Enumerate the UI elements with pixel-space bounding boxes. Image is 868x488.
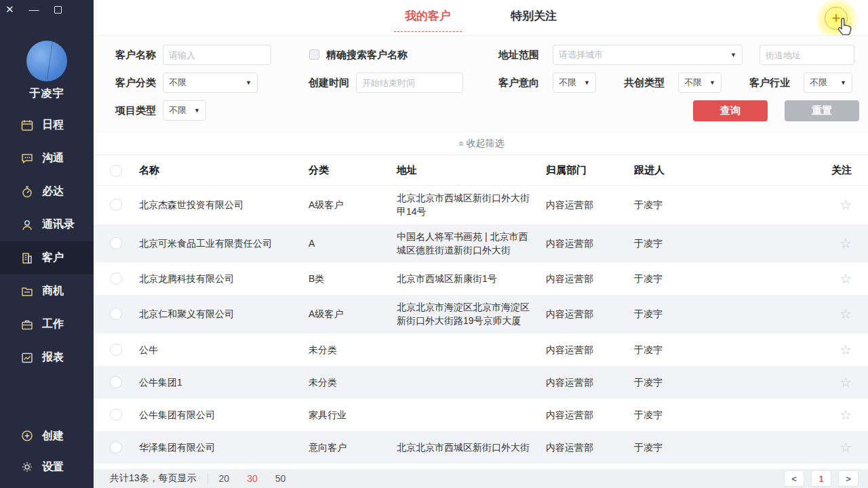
tab-my-customers[interactable]: 我的客户 <box>402 8 454 28</box>
header-follower: 跟进人 <box>634 164 825 177</box>
sidebar-item-chart[interactable]: 报表 <box>0 341 94 374</box>
customer-department: 内容运营部 <box>546 441 634 454</box>
customer-follower: 于凌宇 <box>634 272 825 285</box>
gear-icon <box>20 460 34 474</box>
window-controls: ✕ — <box>5 4 62 15</box>
sidebar-item-stopwatch[interactable]: 必达 <box>0 175 94 208</box>
customer-follower: 于凌宇 <box>634 375 825 389</box>
star-icon[interactable]: ☆ <box>825 307 852 321</box>
customer-address: 北京北京市海淀区北京市海淀区新街口外大街路19号京师大厦 <box>397 300 546 328</box>
table-row[interactable]: 华泽集团有限公司 意向客户 北京北京市西城区新街口外大街 内容运营部 于凌宇 ☆ <box>94 431 868 464</box>
tab-special-follow[interactable]: 特别关注 <box>508 8 559 28</box>
customer-department: 内容运营部 <box>546 237 634 250</box>
customer-name[interactable]: 北京龙腾科技有限公司 <box>139 272 309 285</box>
chevron-down-icon: ▼ <box>194 107 200 114</box>
exact-search-checkbox[interactable] <box>309 49 319 60</box>
main-panel: 我的客户 特别关注 + 客户名称 精确搜索客户名称 地址范围 请选择城市 ▼ <box>94 0 868 488</box>
header-department: 归属部门 <box>546 164 634 177</box>
sidebar-item-briefcase[interactable]: 工作 <box>0 308 94 341</box>
customer-industry-label: 客户行业 <box>749 73 790 93</box>
industry-select[interactable]: 不限 ▼ <box>804 73 852 93</box>
table-row[interactable]: 公牛 未分类 内容运营部 于凌宇 ☆ <box>94 333 868 366</box>
project-select-value: 不限 <box>169 104 186 117</box>
customer-name[interactable]: 北京杰森世投资有限公司 <box>139 198 309 211</box>
sidebar-item-calendar[interactable]: 日程 <box>0 108 94 142</box>
divider <box>208 473 208 484</box>
row-checkbox[interactable] <box>110 272 122 285</box>
customer-category: 未分类 <box>309 343 397 357</box>
sidebar-item-plus-circle[interactable]: 创建 <box>0 420 94 451</box>
star-icon[interactable]: ☆ <box>825 343 852 357</box>
page-size-20[interactable]: 20 <box>219 473 230 484</box>
sidebar-item-contacts[interactable]: 通讯录 <box>0 208 94 241</box>
customer-address: 北京北京市西城区新街口外大街 <box>397 441 546 454</box>
page-size-30[interactable]: 30 <box>247 473 258 484</box>
current-page-button[interactable]: 1 <box>811 470 831 487</box>
star-icon[interactable]: ☆ <box>825 408 852 422</box>
row-checkbox[interactable] <box>110 441 122 453</box>
customer-address: 中国名人将军书画苑 | 北京市西城区德胜街道新街口外大街 <box>397 230 546 258</box>
filter-panel: 客户名称 精确搜索客户名称 地址范围 请选择城市 ▼ 客户分类 不限 ▼ 创建时… <box>94 35 868 133</box>
category-select[interactable]: 不限 ▼ <box>163 73 258 93</box>
add-customer-button[interactable]: + <box>815 0 859 41</box>
table-row[interactable]: 北京可米食品工业有限责任公司 A 中国名人将军书画苑 | 北京市西城区德胜街道新… <box>94 224 868 263</box>
create-time-input[interactable] <box>356 73 463 93</box>
select-all-checkbox[interactable] <box>110 165 122 177</box>
row-checkbox[interactable] <box>110 344 122 356</box>
customer-name-label: 客户名称 <box>115 45 156 65</box>
exact-search-label: 精确搜索客户名称 <box>326 45 408 65</box>
city-select[interactable]: 请选择城市 ▼ <box>553 45 743 65</box>
sidebar-item-gear[interactable]: 设置 <box>0 451 94 483</box>
star-icon[interactable]: ☆ <box>825 441 852 454</box>
table-row[interactable]: 北京仁和聚义有限公司 A级客户 北京北京市海淀区北京市海淀区新街口外大街路19号… <box>94 295 868 333</box>
prev-page-button[interactable]: < <box>784 470 804 487</box>
sidebar-item-chat[interactable]: 沟通 <box>0 142 94 175</box>
customer-department: 内容运营部 <box>546 408 634 422</box>
star-icon[interactable]: ☆ <box>825 272 852 285</box>
close-button[interactable]: ✕ <box>5 4 14 15</box>
table-row[interactable]: 北京杰森世投资有限公司 A级客户 北京北京市西城区新街口外大街甲14号 内容运营… <box>94 186 868 224</box>
sidebar-item-customer-building[interactable]: 客户 <box>0 241 94 274</box>
customer-follower: 于凌宇 <box>634 198 825 211</box>
customer-name[interactable]: 公牛 <box>139 343 309 357</box>
reset-button[interactable]: 重置 <box>785 100 859 121</box>
customer-name-input[interactable] <box>163 45 271 65</box>
category-select-value: 不限 <box>169 77 186 89</box>
row-checkbox[interactable] <box>110 409 122 421</box>
customer-name[interactable]: 华泽集团有限公司 <box>139 441 309 454</box>
customer-name[interactable]: 北京可米食品工业有限责任公司 <box>139 237 309 250</box>
row-checkbox[interactable] <box>110 376 122 388</box>
header-follow: 关注 <box>825 164 852 177</box>
table-row[interactable]: 公牛集团1 未分类 内容运营部 于凌宇 ☆ <box>94 366 868 399</box>
avatar[interactable] <box>26 41 67 81</box>
project-select[interactable]: 不限 ▼ <box>163 100 206 121</box>
next-page-button[interactable]: > <box>838 470 859 487</box>
hand-cursor-icon <box>835 15 856 38</box>
customer-name[interactable]: 公牛集团1 <box>139 375 309 389</box>
sidebar-item-folder[interactable]: 商机 <box>0 274 94 308</box>
row-checkbox[interactable] <box>110 237 122 249</box>
table-row[interactable]: 公牛集团有限公司 家具行业 内容运营部 于凌宇 ☆ <box>94 399 868 431</box>
plus-circle-icon <box>20 429 34 443</box>
row-checkbox[interactable] <box>110 199 122 211</box>
maximize-button[interactable] <box>54 6 62 14</box>
cocreate-select[interactable]: 不限 ▼ <box>678 73 722 93</box>
header-name: 名称 <box>139 164 309 177</box>
customer-name[interactable]: 北京仁和聚义有限公司 <box>139 307 309 321</box>
street-address-input[interactable] <box>760 45 854 65</box>
customer-name[interactable]: 公牛集团有限公司 <box>139 408 309 422</box>
collapse-filters-link[interactable]: » 收起筛选 <box>94 133 868 155</box>
row-checkbox[interactable] <box>110 308 122 320</box>
chevron-down-icon: ▼ <box>840 79 846 86</box>
star-icon[interactable]: ☆ <box>825 237 852 250</box>
customer-address: 北京北京市西城区新街口外大街甲14号 <box>397 191 546 219</box>
intention-select[interactable]: 不限 ▼ <box>553 73 596 93</box>
query-button[interactable]: 查询 <box>693 100 768 121</box>
minimize-button[interactable]: — <box>29 4 39 15</box>
customer-building-icon <box>20 251 34 265</box>
sidebar-item-label: 设置 <box>42 460 64 474</box>
page-size-50[interactable]: 50 <box>275 473 286 484</box>
table-row[interactable]: 北京龙腾科技有限公司 B类 北京市西城区新康街1号 内容运营部 于凌宇 ☆ <box>94 262 868 295</box>
star-icon[interactable]: ☆ <box>825 198 852 211</box>
star-icon[interactable]: ☆ <box>825 375 852 389</box>
